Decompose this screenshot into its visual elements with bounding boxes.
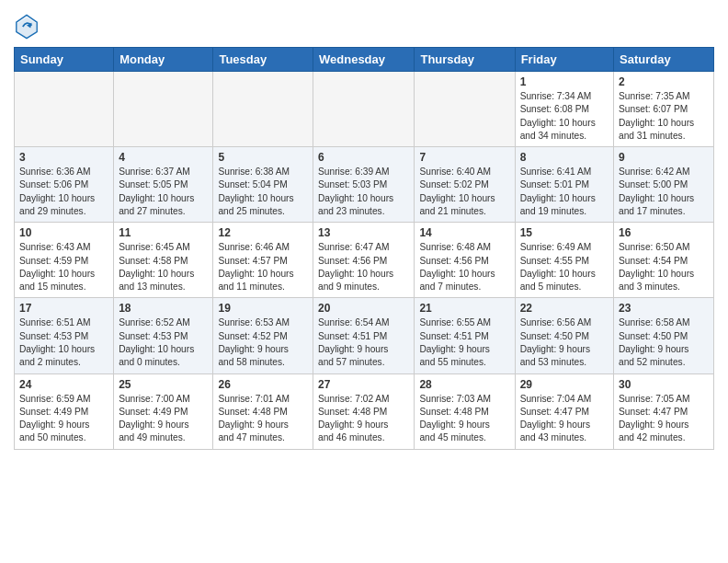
day-info: Sunrise: 6:53 AM Sunset: 4:52 PM Dayligh… [218, 316, 308, 369]
logo [14, 14, 41, 40]
calendar-cell: 24Sunrise: 6:59 AM Sunset: 4:49 PM Dayli… [15, 373, 114, 449]
day-info: Sunrise: 6:41 AM Sunset: 5:01 PM Dayligh… [520, 166, 609, 218]
calendar-cell [415, 72, 515, 147]
calendar-week-4: 17Sunrise: 6:51 AM Sunset: 4:53 PM Dayli… [15, 298, 714, 373]
weekday-header-monday: Monday [114, 48, 213, 72]
day-number: 2 [619, 75, 709, 88]
day-info: Sunrise: 6:46 AM Sunset: 4:57 PM Dayligh… [218, 241, 308, 293]
weekday-header-row: SundayMondayTuesdayWednesdayThursdayFrid… [15, 48, 714, 72]
calendar-cell [15, 72, 114, 147]
day-number: 21 [419, 302, 509, 315]
calendar-body: 1Sunrise: 7:34 AM Sunset: 6:08 PM Daylig… [15, 72, 714, 450]
day-info: Sunrise: 6:36 AM Sunset: 5:06 PM Dayligh… [19, 166, 108, 218]
day-number: 13 [318, 226, 409, 239]
day-number: 28 [419, 378, 509, 391]
day-info: Sunrise: 6:38 AM Sunset: 5:04 PM Dayligh… [218, 166, 308, 218]
calendar-cell: 30Sunrise: 7:05 AM Sunset: 4:47 PM Dayli… [614, 373, 714, 449]
day-number: 3 [19, 151, 108, 164]
day-info: Sunrise: 6:43 AM Sunset: 4:59 PM Dayligh… [19, 241, 108, 293]
day-info: Sunrise: 6:49 AM Sunset: 4:55 PM Dayligh… [520, 241, 609, 293]
calendar-cell: 4Sunrise: 6:37 AM Sunset: 5:05 PM Daylig… [114, 147, 213, 223]
day-number: 1 [520, 75, 609, 88]
calendar-cell: 8Sunrise: 6:41 AM Sunset: 5:01 PM Daylig… [515, 147, 613, 223]
day-number: 8 [520, 151, 609, 164]
weekday-header-tuesday: Tuesday [213, 48, 313, 72]
logo-icon [14, 14, 40, 40]
calendar-cell: 10Sunrise: 6:43 AM Sunset: 4:59 PM Dayli… [15, 223, 114, 298]
calendar-cell: 22Sunrise: 6:56 AM Sunset: 4:50 PM Dayli… [515, 298, 613, 373]
day-number: 11 [119, 226, 208, 239]
day-number: 22 [520, 302, 609, 315]
calendar-week-1: 1Sunrise: 7:34 AM Sunset: 6:08 PM Daylig… [15, 72, 714, 147]
day-info: Sunrise: 6:47 AM Sunset: 4:56 PM Dayligh… [318, 241, 409, 293]
day-number: 5 [218, 151, 308, 164]
calendar-week-3: 10Sunrise: 6:43 AM Sunset: 4:59 PM Dayli… [15, 223, 714, 298]
calendar-cell: 7Sunrise: 6:40 AM Sunset: 5:02 PM Daylig… [415, 147, 515, 223]
day-info: Sunrise: 6:37 AM Sunset: 5:05 PM Dayligh… [119, 166, 208, 218]
day-number: 14 [419, 226, 509, 239]
day-info: Sunrise: 6:40 AM Sunset: 5:02 PM Dayligh… [419, 166, 509, 218]
weekday-header-thursday: Thursday [415, 48, 515, 72]
calendar-cell: 21Sunrise: 6:55 AM Sunset: 4:51 PM Dayli… [415, 298, 515, 373]
calendar-cell: 18Sunrise: 6:52 AM Sunset: 4:53 PM Dayli… [114, 298, 213, 373]
day-number: 9 [619, 151, 709, 164]
day-info: Sunrise: 7:03 AM Sunset: 4:48 PM Dayligh… [419, 393, 509, 445]
calendar-cell: 27Sunrise: 7:02 AM Sunset: 4:48 PM Dayli… [313, 373, 415, 449]
calendar-cell: 25Sunrise: 7:00 AM Sunset: 4:49 PM Dayli… [114, 373, 213, 449]
calendar-week-2: 3Sunrise: 6:36 AM Sunset: 5:06 PM Daylig… [15, 147, 714, 223]
calendar-cell: 2Sunrise: 7:35 AM Sunset: 6:07 PM Daylig… [614, 72, 714, 147]
day-info: Sunrise: 6:56 AM Sunset: 4:50 PM Dayligh… [520, 316, 609, 369]
page: SundayMondayTuesdayWednesdayThursdayFrid… [0, 0, 728, 464]
day-number: 27 [318, 378, 409, 391]
day-info: Sunrise: 7:01 AM Sunset: 4:48 PM Dayligh… [218, 393, 308, 445]
day-info: Sunrise: 6:45 AM Sunset: 4:58 PM Dayligh… [119, 241, 208, 293]
calendar-cell: 17Sunrise: 6:51 AM Sunset: 4:53 PM Dayli… [15, 298, 114, 373]
day-number: 18 [119, 302, 208, 315]
calendar-cell: 12Sunrise: 6:46 AM Sunset: 4:57 PM Dayli… [213, 223, 313, 298]
calendar-cell [114, 72, 213, 147]
day-number: 19 [218, 302, 308, 315]
day-info: Sunrise: 6:39 AM Sunset: 5:03 PM Dayligh… [318, 166, 409, 218]
calendar-table: SundayMondayTuesdayWednesdayThursdayFrid… [14, 47, 714, 450]
calendar-cell: 15Sunrise: 6:49 AM Sunset: 4:55 PM Dayli… [515, 223, 613, 298]
calendar-cell: 14Sunrise: 6:48 AM Sunset: 4:56 PM Dayli… [415, 223, 515, 298]
day-info: Sunrise: 6:51 AM Sunset: 4:53 PM Dayligh… [19, 316, 108, 369]
weekday-header-wednesday: Wednesday [313, 48, 415, 72]
calendar-cell: 26Sunrise: 7:01 AM Sunset: 4:48 PM Dayli… [213, 373, 313, 449]
day-info: Sunrise: 6:48 AM Sunset: 4:56 PM Dayligh… [419, 241, 509, 293]
day-number: 10 [19, 226, 108, 239]
calendar-cell: 6Sunrise: 6:39 AM Sunset: 5:03 PM Daylig… [313, 147, 415, 223]
calendar-cell: 16Sunrise: 6:50 AM Sunset: 4:54 PM Dayli… [614, 223, 714, 298]
weekday-header-friday: Friday [515, 48, 613, 72]
calendar-cell: 3Sunrise: 6:36 AM Sunset: 5:06 PM Daylig… [15, 147, 114, 223]
day-number: 20 [318, 302, 409, 315]
day-number: 29 [520, 378, 609, 391]
day-number: 23 [619, 302, 709, 315]
day-number: 17 [19, 302, 108, 315]
day-number: 12 [218, 226, 308, 239]
day-info: Sunrise: 6:55 AM Sunset: 4:51 PM Dayligh… [419, 316, 509, 369]
day-number: 30 [619, 378, 709, 391]
day-info: Sunrise: 6:58 AM Sunset: 4:50 PM Dayligh… [619, 316, 709, 369]
calendar-cell: 1Sunrise: 7:34 AM Sunset: 6:08 PM Daylig… [515, 72, 613, 147]
day-number: 15 [520, 226, 609, 239]
weekday-header-sunday: Sunday [15, 48, 114, 72]
day-number: 25 [119, 378, 208, 391]
calendar-cell: 20Sunrise: 6:54 AM Sunset: 4:51 PM Dayli… [313, 298, 415, 373]
day-number: 16 [619, 226, 709, 239]
calendar-cell: 19Sunrise: 6:53 AM Sunset: 4:52 PM Dayli… [213, 298, 313, 373]
calendar-cell: 23Sunrise: 6:58 AM Sunset: 4:50 PM Dayli… [614, 298, 714, 373]
day-info: Sunrise: 7:00 AM Sunset: 4:49 PM Dayligh… [119, 393, 208, 445]
calendar-cell [313, 72, 415, 147]
day-number: 7 [419, 151, 509, 164]
day-info: Sunrise: 6:59 AM Sunset: 4:49 PM Dayligh… [19, 393, 108, 445]
day-info: Sunrise: 6:54 AM Sunset: 4:51 PM Dayligh… [318, 316, 409, 369]
day-number: 6 [318, 151, 409, 164]
calendar-cell: 11Sunrise: 6:45 AM Sunset: 4:58 PM Dayli… [114, 223, 213, 298]
header [14, 9, 714, 40]
calendar-week-5: 24Sunrise: 6:59 AM Sunset: 4:49 PM Dayli… [15, 373, 714, 449]
calendar-cell: 28Sunrise: 7:03 AM Sunset: 4:48 PM Dayli… [415, 373, 515, 449]
day-info: Sunrise: 7:34 AM Sunset: 6:08 PM Dayligh… [520, 90, 609, 143]
day-info: Sunrise: 6:50 AM Sunset: 4:54 PM Dayligh… [619, 241, 709, 293]
day-number: 26 [218, 378, 308, 391]
